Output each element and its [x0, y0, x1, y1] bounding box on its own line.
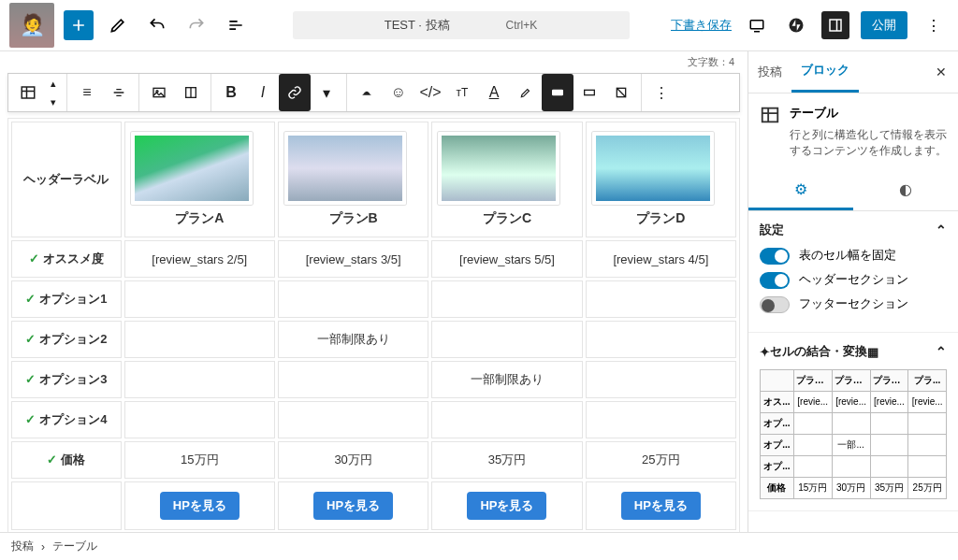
plan-name: プランB [284, 210, 422, 227]
block-menu-button[interactable]: ⋮ [646, 74, 677, 111]
more-options-button[interactable]: ⋮ [919, 10, 949, 40]
settings-sidebar: 投稿 ブロック ✕ テーブル 行と列に構造化して情報を表示するコンテンツを作成し… [748, 51, 958, 532]
avatar[interactable]: 🧑‍💼 [9, 3, 54, 48]
link-button[interactable] [279, 74, 311, 111]
save-draft-link[interactable]: 下書き保存 [671, 17, 732, 34]
move-down-button[interactable]: ▾ [44, 93, 63, 111]
toggle-footer-section[interactable] [760, 296, 790, 313]
publish-button[interactable]: 公開 [861, 11, 907, 39]
align-button[interactable]: ≡ [71, 74, 103, 111]
settings-panel-toggle[interactable] [821, 11, 849, 39]
editor-topbar: 🧑‍💼 TEST · 投稿 Ctrl+K 下書き保存 公開 ⋮ [0, 0, 958, 51]
clear-format-button[interactable] [605, 74, 637, 111]
jetpack-icon[interactable] [782, 11, 810, 39]
check-icon: ✓ [25, 292, 36, 306]
italic-button[interactable]: I [247, 74, 279, 111]
breadcrumb-sep: › [41, 540, 45, 553]
table-block-type-icon [760, 105, 780, 125]
bold-button[interactable]: B [215, 74, 247, 111]
block-breadcrumb[interactable]: 投稿 › テーブル [0, 532, 958, 560]
move-up-button[interactable]: ▴ [44, 74, 63, 93]
tab-styles-icon[interactable]: ◐ [853, 171, 958, 210]
view-hp-button[interactable]: HPを見る [313, 492, 393, 520]
plan-name: プランC [438, 210, 575, 227]
table-row: ✓オプション3一部制限あり [11, 361, 736, 398]
redo-button[interactable] [181, 10, 211, 40]
editor-canvas: 文字数：4 ▴ ▾ ≡ B I [0, 51, 748, 532]
toggle-fixed-width[interactable] [760, 248, 790, 265]
text-color-button[interactable]: A [478, 74, 510, 111]
document-title-bar[interactable]: TEST · 投稿 Ctrl+K [293, 11, 630, 39]
plan-b-thumb [284, 132, 406, 205]
undo-button[interactable] [142, 10, 172, 40]
check-icon: ✓ [25, 412, 36, 426]
plan-name: プランA [131, 210, 269, 227]
block-description: 行と列に構造化して情報を表示するコンテンツを作成します。 [790, 127, 947, 160]
breadcrumb-leaf[interactable]: テーブル [52, 538, 97, 554]
svg-rect-2 [830, 20, 841, 31]
add-block-button[interactable] [64, 10, 94, 40]
block-name: テーブル [790, 105, 947, 122]
table-row: ✓オプション4 [11, 401, 736, 438]
table-cta-row: HPを見る HPを見る HPを見る HPを見る [11, 481, 736, 530]
command-shortcut: Ctrl+K [506, 19, 538, 32]
swell-icon[interactable] [351, 74, 383, 111]
table-row: ✓オプション1 [11, 280, 736, 318]
svg-rect-0 [750, 21, 763, 29]
check-icon: ✓ [25, 332, 36, 346]
svg-rect-10 [762, 108, 778, 122]
tab-settings-icon[interactable]: ⚙ [748, 171, 853, 210]
svg-point-1 [790, 19, 804, 33]
image-tool-button[interactable] [143, 74, 175, 111]
chevron-up-icon[interactable]: ⌃ [936, 344, 947, 359]
table-row: ✓オススメ度[review_stars 2/5][review_stars 3/… [11, 240, 736, 278]
outline-button[interactable] [221, 10, 251, 40]
block-toolbar: ▴ ▾ ≡ B I ▾ [7, 73, 740, 112]
table-row: ✓価格15万円30万円35万円25万円 [11, 441, 736, 479]
grid-icon: ▦ [867, 345, 878, 359]
valign-button[interactable] [103, 74, 135, 111]
tab-post[interactable]: 投稿 [748, 53, 791, 92]
plan-d-thumb [592, 132, 714, 205]
code-button[interactable]: </> [414, 74, 446, 111]
more-rich-text-button[interactable]: ▾ [311, 74, 342, 111]
plan-c-thumb [438, 132, 559, 205]
panel-cell-merge: ✦ セルの結合・変換 ▦⌃ プランAプランBプランCプラ... オス...[re… [748, 333, 958, 511]
view-hp-button[interactable]: HPを見る [621, 492, 701, 520]
border-button[interactable] [573, 74, 605, 111]
document-title: TEST · 投稿 [385, 17, 450, 34]
toggle-header-section[interactable] [760, 272, 790, 289]
plan-comparison-table[interactable]: ヘッダーラベル プランA プランB プランC プランD ✓オススメ度[revie… [7, 118, 740, 532]
view-hp-button[interactable]: HPを見る [467, 492, 546, 520]
svg-rect-3 [22, 87, 35, 98]
tab-block[interactable]: ブロック [791, 51, 859, 93]
table-header-row: ヘッダーラベル プランA プランB プランC プランD [11, 122, 736, 237]
background-button[interactable] [542, 74, 573, 111]
column-tool-button[interactable] [175, 74, 207, 111]
check-icon: ✓ [47, 452, 57, 467]
table-block-icon[interactable] [12, 74, 44, 111]
edit-mode-button[interactable] [103, 10, 133, 40]
plan-name: プランD [592, 210, 730, 227]
preview-desktop-icon[interactable] [743, 11, 771, 39]
close-sidebar-button[interactable]: ✕ [924, 65, 958, 79]
header-label-cell[interactable]: ヘッダーラベル [11, 122, 122, 237]
view-hp-button[interactable]: HPを見る [160, 492, 240, 520]
font-size-button[interactable]: тT [446, 74, 478, 111]
mini-preview-table[interactable]: プランAプランBプランCプラ... オス...[revie...[revie..… [760, 369, 947, 499]
check-icon: ✓ [25, 372, 36, 386]
svg-rect-8 [585, 90, 595, 94]
chevron-up-icon[interactable]: ⌃ [936, 223, 947, 237]
table-row: ✓オプション2一部制限あり [11, 321, 736, 358]
highlight-button[interactable] [510, 74, 542, 111]
panel-settings: 設定⌃ 表のセル幅を固定 ヘッダーセクション フッターセクション [748, 211, 958, 333]
plan-a-thumb [131, 132, 253, 205]
word-count: 文字数：4 [7, 51, 740, 73]
emoji-button[interactable]: ☺ [383, 74, 414, 111]
check-icon: ✓ [29, 251, 39, 266]
breadcrumb-root[interactable]: 投稿 [11, 538, 34, 554]
svg-rect-7 [552, 90, 563, 96]
